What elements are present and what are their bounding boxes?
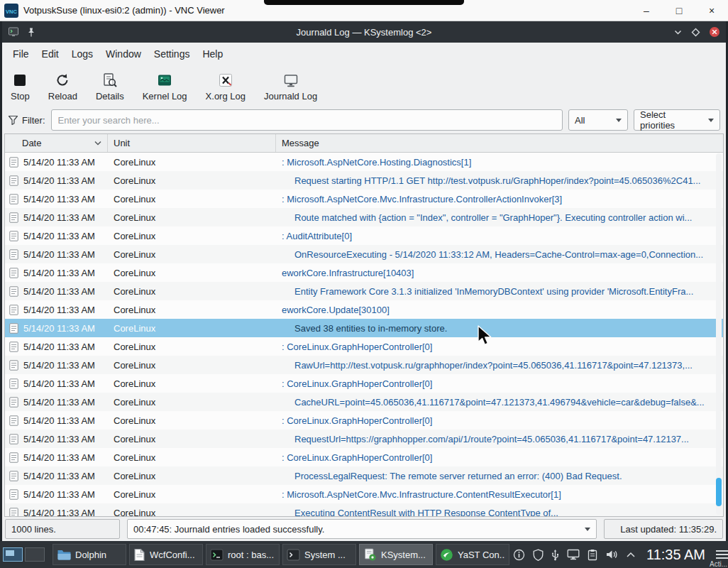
vnc-connection-tab[interactable] — [264, 0, 464, 5]
log-row[interactable]: 5/14/20 11:33 AMCoreLinuxRequestUrl=http… — [5, 430, 723, 448]
log-row-date: 5/14/20 11:33 AM — [5, 286, 108, 297]
log-row-date: 5/14/20 11:33 AM — [5, 194, 108, 204]
maximize-icon[interactable]: □ — [663, 0, 695, 21]
log-row[interactable]: 5/14/20 11:33 AMCoreLinux: Microsoft.Asp… — [5, 485, 723, 503]
system-icon — [287, 549, 300, 561]
scrollbar-thumb[interactable] — [716, 478, 722, 506]
log-row[interactable]: 5/14/20 11:33 AMCoreLinux: CoreLinux.Gra… — [5, 337, 723, 356]
toolbar-button-x-org-log[interactable]: X.org Log — [200, 67, 251, 106]
dolphin-icon — [57, 548, 71, 561]
menu-item-edit[interactable]: Edit — [35, 45, 65, 63]
info-icon[interactable] — [513, 549, 525, 561]
taskbar-task-yast-con[interactable]: YaST Con... — [436, 544, 509, 565]
taskbar-task-dolphin[interactable]: Dolphin — [53, 544, 126, 565]
column-header-unit[interactable]: Unit — [108, 134, 276, 152]
toolbar-button-journald-log[interactable]: Journald Log — [258, 67, 323, 106]
toolbar-button-label: Stop — [11, 91, 30, 102]
clipboard-icon[interactable] — [588, 549, 597, 561]
column-header-message[interactable]: Message — [276, 134, 723, 152]
vnc-title: VotpuskSuse (linux-esi0:2 (admin)) - VNC… — [23, 5, 225, 16]
log-entry-icon — [9, 194, 18, 204]
display-icon[interactable] — [567, 549, 580, 560]
log-row-unit: CoreLinux — [108, 378, 276, 389]
virtual-desktop-pager[interactable] — [3, 547, 45, 562]
svg-text:VNC: VNC — [6, 8, 17, 14]
log-row[interactable]: 5/14/20 11:33 AMCoreLinuxRoute matched w… — [5, 208, 723, 226]
menu-item-logs[interactable]: Logs — [65, 45, 99, 63]
vnc-window-controls: –□× — [630, 0, 728, 21]
taskbar-task-system[interactable]: System ... — [282, 544, 356, 565]
menubar: FileEditLogsWindowSettingsHelp — [2, 43, 726, 65]
shade-chevron-icon[interactable] — [673, 28, 683, 37]
kde-titlebar[interactable]: Journald Log — KSystemlog <2> — [2, 21, 726, 43]
pin-icon[interactable] — [26, 27, 36, 38]
taskbar-task-wcfconfi[interactable]: WcfConfi... — [129, 544, 203, 565]
system-tray — [513, 549, 636, 561]
log-row-message: RequestUrl=https://graphhopper.com/api/1… — [276, 434, 723, 444]
log-row-message: ProcessLegalRequest: The remote server r… — [276, 471, 723, 481]
log-row[interactable]: 5/14/20 11:33 AMCoreLinuxExecuting Conte… — [5, 503, 723, 516]
toolbar-button-details[interactable]: Details — [90, 67, 130, 106]
clock[interactable]: 11:35 AM — [646, 547, 705, 563]
shield-icon[interactable] — [533, 549, 544, 561]
column-header-date[interactable]: Date — [5, 134, 108, 152]
maximize-diamond-icon[interactable] — [691, 28, 700, 37]
menu-item-help[interactable]: Help — [196, 45, 229, 63]
log-entry-icon — [9, 212, 18, 223]
log-row[interactable]: 5/14/20 11:33 AMCoreLinuxSaved 38 entiti… — [5, 319, 723, 337]
log-row-unit: CoreLinux — [108, 157, 276, 168]
log-row[interactable]: 5/14/20 11:33 AMCoreLinuxRawUrl=http://t… — [5, 356, 723, 374]
log-row-unit: CoreLinux — [108, 452, 276, 463]
journald-log-icon — [282, 72, 300, 89]
minimize-icon[interactable]: – — [630, 0, 663, 21]
log-entry-icon — [9, 286, 18, 297]
menu-item-file[interactable]: File — [6, 45, 35, 63]
log-entry-icon — [9, 452, 18, 463]
log-row[interactable]: 5/14/20 11:33 AMCoreLinuxEntity Framewor… — [5, 282, 723, 300]
reload-icon — [53, 72, 72, 89]
log-row[interactable]: 5/14/20 11:33 AMCoreLinux: CoreLinux.Gra… — [5, 411, 723, 430]
close-window-icon[interactable] — [709, 26, 720, 38]
log-row-message: eworkCore.Update[30100] — [276, 305, 723, 315]
desktop-1[interactable] — [3, 547, 23, 562]
volume-icon[interactable] — [605, 549, 618, 560]
log-row-date: 5/14/20 11:33 AM — [5, 434, 108, 444]
menu-item-settings[interactable]: Settings — [148, 45, 197, 63]
log-entry-icon — [9, 249, 18, 260]
log-entry-icon — [9, 157, 18, 168]
log-row-message: : CoreLinux.GraphHoperController[0] — [276, 415, 723, 426]
log-row[interactable]: 5/14/20 11:33 AMCoreLinuxCacheURL=point=… — [5, 393, 723, 411]
app-icon[interactable] — [8, 26, 19, 38]
log-row[interactable]: 5/14/20 11:33 AMCoreLinuxeworkCore.Updat… — [5, 300, 723, 319]
search-input[interactable] — [51, 109, 563, 131]
menu-item-window[interactable]: Window — [99, 45, 148, 63]
close-icon[interactable]: × — [695, 0, 728, 21]
log-row[interactable]: 5/14/20 11:33 AMCoreLinuxOnResourceExecu… — [5, 245, 723, 263]
hamburger-menu-icon[interactable] — [716, 550, 728, 559]
desktop-2[interactable] — [25, 547, 45, 562]
priorities-select[interactable]: Select priorities — [634, 109, 720, 131]
toolbar-button-reload[interactable]: Reload — [43, 67, 83, 106]
log-row[interactable]: 5/14/20 11:33 AMCoreLinuxProcessLegalReq… — [5, 466, 723, 485]
log-row-message: : Microsoft.AspNetCore.Hosting.Diagnosti… — [276, 157, 723, 168]
caret-up-icon[interactable] — [626, 552, 636, 558]
toolbar-button-kernel-log[interactable]: Kernel Log — [137, 67, 193, 106]
log-row[interactable]: 5/14/20 11:33 AMCoreLinux: CoreLinux.Gra… — [5, 374, 723, 393]
log-row[interactable]: 5/14/20 11:33 AMCoreLinux: Microsoft.Asp… — [5, 190, 723, 208]
log-row[interactable]: 5/14/20 11:33 AMCoreLinuxRequest startin… — [5, 171, 723, 190]
status-message-select[interactable]: 00:47:45: Journald entries loaded succes… — [127, 519, 597, 539]
vertical-scrollbar[interactable] — [716, 153, 722, 515]
log-rows: 5/14/20 11:33 AMCoreLinux: Microsoft.Asp… — [5, 153, 723, 516]
toolbar-button-stop[interactable]: Stop — [5, 67, 35, 106]
usb-icon[interactable] — [551, 549, 559, 561]
log-row[interactable]: 5/14/20 11:33 AMCoreLinuxeworkCore.Infra… — [5, 263, 723, 282]
log-row[interactable]: 5/14/20 11:33 AMCoreLinux: AuditAttribut… — [5, 226, 723, 245]
filter-scope-select[interactable]: All — [568, 109, 628, 131]
log-row-unit: CoreLinux — [108, 489, 276, 500]
log-row[interactable]: 5/14/20 11:33 AMCoreLinux: CoreLinux.Gra… — [5, 448, 723, 466]
log-row[interactable]: 5/14/20 11:33 AMCoreLinux: Microsoft.Asp… — [5, 153, 723, 171]
taskbar-task-ksystem[interactable]: KSystem... — [359, 544, 433, 565]
log-row-message: Route matched with {action = "Index", co… — [276, 212, 723, 223]
taskbar-task-root-bas[interactable]: root : bas... — [206, 544, 280, 565]
toolbar-button-label: Kernel Log — [143, 91, 187, 102]
